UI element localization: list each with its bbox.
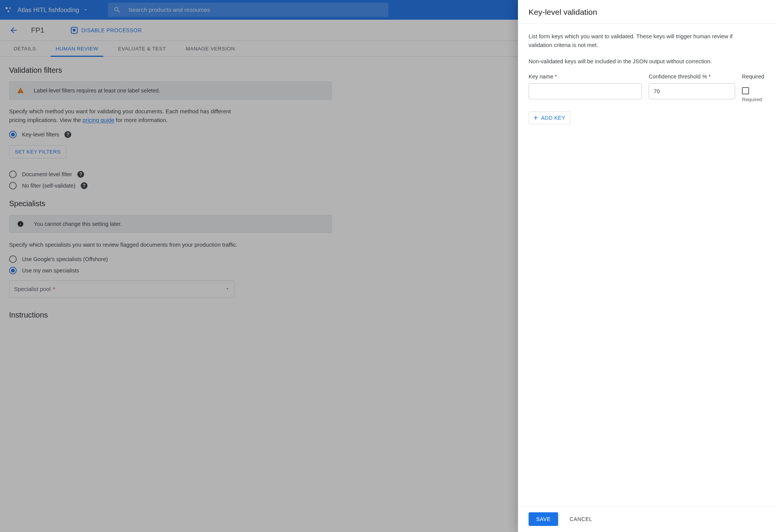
add-key-label: ADD KEY xyxy=(541,115,565,121)
panel-header: Key-level validation xyxy=(518,0,776,24)
panel-description-1: List form keys which you want to validat… xyxy=(529,32,748,50)
confidence-label: Confidence threshold % * xyxy=(649,74,735,80)
save-button[interactable]: SAVE xyxy=(529,512,558,526)
cancel-button[interactable]: CANCEL xyxy=(568,512,594,526)
key-name-label: Key name * xyxy=(529,74,642,80)
panel-footer: SAVE CANCEL xyxy=(518,506,776,532)
panel-description-2: Non-validated keys will be included in t… xyxy=(529,57,748,66)
add-key-button[interactable]: + ADD KEY xyxy=(529,111,570,124)
key-form-row: Key name * Confidence threshold % * Requ… xyxy=(529,74,765,102)
required-checkbox[interactable] xyxy=(742,87,749,94)
key-name-input[interactable] xyxy=(529,83,642,99)
key-level-validation-panel: Key-level validation List form keys whic… xyxy=(518,0,776,532)
required-sublabel: Required xyxy=(742,97,762,102)
confidence-field: Confidence threshold % * xyxy=(649,74,735,99)
confidence-input[interactable] xyxy=(649,83,735,99)
key-name-field: Key name * xyxy=(529,74,642,99)
panel-title: Key-level validation xyxy=(529,8,765,17)
required-header-label: Required xyxy=(742,74,764,80)
panel-body: List form keys which you want to validat… xyxy=(518,24,776,506)
required-field: Required Required xyxy=(742,74,765,102)
